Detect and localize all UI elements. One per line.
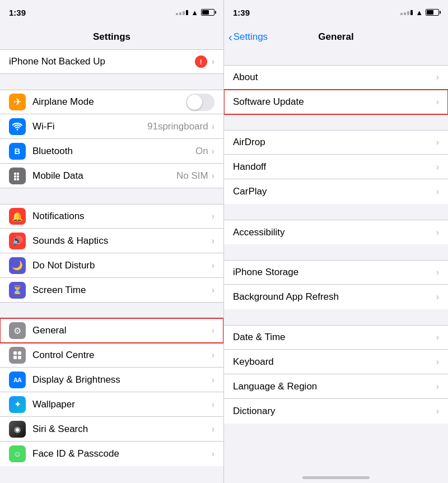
backgroundapp-chevron: ›: [436, 292, 439, 302]
airdrop-chevron: ›: [436, 137, 439, 147]
row-sounds[interactable]: 🔊 Sounds & Haptics ›: [0, 229, 223, 253]
row-dictionary[interactable]: Dictionary ›: [224, 399, 448, 424]
svg-rect-8: [13, 356, 17, 359]
right-section-5: Date & Time › Keyboard › Language & Regi…: [224, 325, 448, 424]
right-section-separator-4: [224, 244, 448, 260]
right-time: 1:39: [233, 8, 250, 17]
row-siri[interactable]: ◉ Siri & Search ›: [0, 417, 223, 442]
notifications-chevron: ›: [212, 211, 214, 221]
right-section-1: About › Software Update ›: [224, 65, 448, 114]
faceid-label: Face ID & Passcode: [32, 448, 212, 459]
left-status-bar: 1:39 ▲: [0, 0, 223, 25]
row-handoff[interactable]: Handoff ›: [224, 155, 448, 179]
language-label: Language & Region: [233, 381, 436, 392]
wallpaper-icon: ✦: [9, 396, 26, 413]
right-nav-header: ‹ Settings General: [224, 25, 448, 49]
right-section-separator-5: [224, 309, 448, 325]
row-mobile[interactable]: Mobile Data No SIM ›: [0, 164, 223, 188]
svg-rect-2: [14, 175, 16, 178]
section-1: ✈ Airplane Mode Wi-Fi 91springboard › B …: [0, 90, 223, 188]
display-chevron: ›: [212, 375, 214, 385]
wifi-icon: ▲: [191, 8, 198, 17]
faceid-icon: ☺: [9, 445, 26, 462]
general-chevron: ›: [212, 326, 214, 336]
left-panel: 1:39 ▲ Settings iPhone Not Backed Up ! ›…: [0, 0, 224, 483]
row-screentime[interactable]: ⏳ Screen Time ›: [0, 278, 223, 303]
dnd-label: Do Not Disturb: [32, 260, 212, 271]
softwareupdate-chevron: ›: [436, 97, 439, 107]
keyboard-chevron: ›: [436, 357, 439, 367]
back-button[interactable]: ‹ Settings: [228, 31, 268, 43]
airplane-icon: ✈: [9, 94, 26, 110]
airplane-label: Airplane Mode: [32, 96, 186, 108]
row-dnd[interactable]: 🌙 Do Not Disturb ›: [0, 253, 223, 278]
mobile-label: Mobile Data: [32, 170, 176, 182]
dictionary-chevron: ›: [436, 406, 439, 416]
backgroundapp-label: Background App Refresh: [233, 291, 436, 303]
datetime-chevron: ›: [436, 332, 439, 342]
section-separator-3: [0, 303, 223, 318]
iphonestorage-chevron: ›: [436, 267, 439, 277]
row-carplay[interactable]: CarPlay ›: [224, 179, 448, 204]
right-panel: 1:39 ▲ ‹ Settings General About › Softwa…: [224, 0, 448, 483]
controlcentre-label: Control Centre: [32, 350, 212, 361]
row-keyboard[interactable]: Keyboard ›: [224, 350, 448, 374]
svg-rect-9: [18, 356, 21, 359]
wifi-value: 91springboard: [147, 121, 208, 132]
display-label: Display & Brightness: [32, 374, 212, 386]
wifi-label: Wi-Fi: [32, 121, 147, 132]
row-notifications[interactable]: 🔔 Notifications ›: [0, 204, 223, 229]
svg-rect-7: [18, 351, 21, 355]
wifi-setting-icon: [9, 118, 26, 135]
row-datetime[interactable]: Date & Time ›: [224, 325, 448, 350]
general-label: General: [32, 325, 212, 336]
accessibility-label: Accessibility: [233, 227, 436, 238]
row-softwareupdate[interactable]: Software Update ›: [224, 90, 448, 114]
row-airdrop[interactable]: AirDrop ›: [224, 130, 448, 155]
home-bar: [302, 476, 370, 479]
screentime-label: Screen Time: [32, 285, 212, 296]
row-iphonestorage[interactable]: iPhone Storage ›: [224, 260, 448, 285]
siri-icon: ◉: [9, 421, 26, 438]
right-section-4: iPhone Storage › Background App Refresh …: [224, 260, 448, 309]
row-general[interactable]: ⚙ General ›: [0, 318, 223, 343]
carplay-label: CarPlay: [233, 186, 436, 197]
row-backgroundapp[interactable]: Background App Refresh ›: [224, 285, 448, 309]
row-wallpaper[interactable]: ✦ Wallpaper ›: [0, 392, 223, 417]
right-header-title: General: [318, 31, 353, 43]
about-label: About: [233, 72, 436, 83]
row-airplane[interactable]: ✈ Airplane Mode: [0, 90, 223, 114]
svg-rect-4: [14, 178, 16, 180]
mobile-icon: [9, 168, 26, 184]
top-row-backed-up[interactable]: iPhone Not Backed Up ! ›: [0, 49, 223, 74]
accessibility-chevron: ›: [436, 227, 439, 238]
siri-chevron: ›: [212, 424, 214, 434]
backed-up-chevron: ›: [212, 57, 214, 67]
carplay-chevron: ›: [436, 187, 439, 197]
battery-icon: [201, 9, 214, 16]
home-indicator: [224, 472, 448, 483]
handoff-label: Handoff: [233, 161, 436, 173]
row-language[interactable]: Language & Region ›: [224, 374, 448, 399]
display-icon: AA: [9, 371, 26, 388]
bluetooth-label: Bluetooth: [32, 146, 195, 157]
row-about[interactable]: About ›: [224, 65, 448, 90]
section-3: ⚙ General › Control Centre › AA Display …: [0, 318, 223, 466]
airplane-toggle[interactable]: [186, 94, 214, 111]
row-controlcentre[interactable]: Control Centre ›: [0, 343, 223, 368]
bluetooth-icon: B: [9, 143, 26, 160]
row-accessibility[interactable]: Accessibility ›: [224, 220, 448, 244]
row-wifi[interactable]: Wi-Fi 91springboard ›: [0, 114, 223, 139]
section-separator-2: [0, 188, 223, 204]
softwareupdate-label: Software Update: [233, 96, 436, 108]
right-section-header-1: [224, 49, 448, 65]
row-faceid[interactable]: ☺ Face ID & Passcode ›: [0, 442, 223, 466]
row-bluetooth[interactable]: B Bluetooth On ›: [0, 139, 223, 164]
screentime-icon: ⏳: [9, 282, 26, 299]
back-label: Settings: [234, 31, 268, 43]
row-display[interactable]: AA Display & Brightness ›: [0, 368, 223, 392]
dnd-chevron: ›: [212, 261, 214, 271]
svg-rect-1: [17, 173, 19, 175]
dnd-icon: 🌙: [9, 257, 26, 274]
siri-label: Siri & Search: [32, 424, 212, 435]
